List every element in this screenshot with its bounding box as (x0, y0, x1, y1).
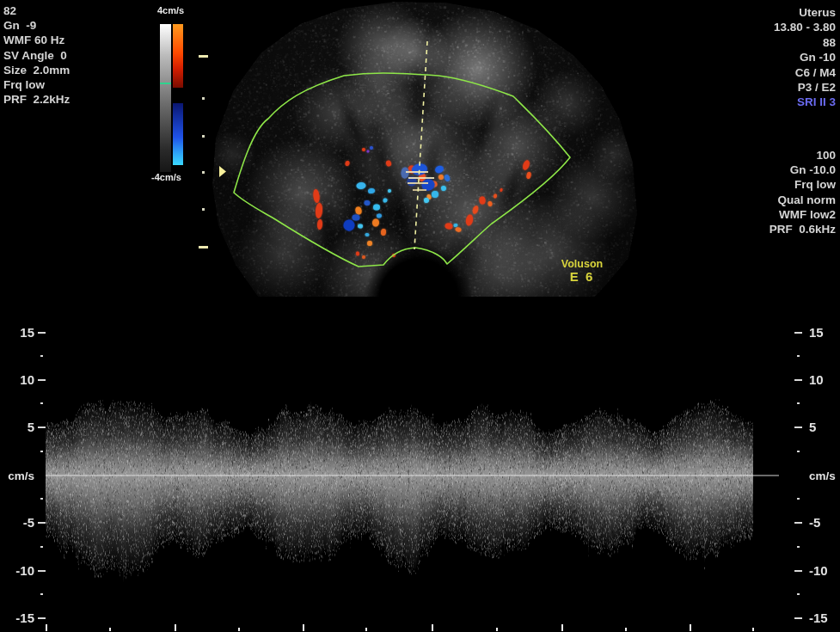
axis-label: 10 (0, 372, 34, 388)
brand-label: Voluson (552, 258, 612, 270)
grayscale-bar-marker (160, 83, 171, 84)
color-velocity-bar-negative (173, 103, 183, 165)
axis-tick (794, 570, 802, 572)
axis-label: -10 (0, 563, 34, 579)
axis-tick (40, 593, 43, 595)
exam-params-panel: Uterus 13.80 - 3.80 88 Gn -10 C6 / M4 P3… (653, 5, 836, 110)
param-line: 100 (653, 148, 836, 163)
axis-label: -5 (0, 515, 34, 531)
axis-tick (797, 355, 800, 357)
axis-label: -5 (809, 515, 840, 531)
param-line: PRF 2.2kHz (3, 92, 70, 107)
axis-tick (797, 593, 800, 595)
axis-tick (40, 355, 43, 357)
axis-tick (794, 426, 802, 428)
axis-tick (38, 426, 46, 428)
param-line: 13.80 - 3.80 (653, 20, 836, 34)
depth-ruler-mark (199, 55, 208, 58)
axis-label: 10 (809, 372, 840, 388)
axis-label: 5 (809, 420, 840, 435)
axis-tick (40, 451, 43, 452)
param-line: Gn -9 (3, 18, 70, 33)
param-line: Frq low (653, 177, 836, 192)
time-tick (46, 624, 47, 631)
axis-tick (797, 402, 800, 404)
axis-tick (794, 332, 802, 334)
param-line: Gn -10 (653, 50, 836, 64)
depth-ruler-mark (202, 208, 205, 211)
axis-tick (38, 522, 46, 524)
axis-label: 15 (0, 325, 34, 341)
param-line: C6 / M4 (653, 65, 836, 80)
axis-label: -15 (809, 611, 840, 626)
param-line: Gn -10.0 (653, 163, 836, 177)
color-scale-max-label: 4cm/s (157, 5, 200, 15)
axis-tick (797, 546, 800, 548)
pw-params-panel: 100 Gn -10.0 Frq low Qual norm WMF low2 … (653, 148, 836, 236)
axis-tick (794, 617, 802, 619)
depth-ruler-mark (199, 246, 208, 249)
param-line: Qual norm (653, 193, 836, 207)
time-tick (365, 628, 367, 631)
axis-unit-label: cm/s (0, 469, 34, 484)
time-tick (496, 628, 498, 631)
color-velocity-bar-positive (173, 24, 183, 88)
time-tick (752, 628, 754, 631)
axis-label: -15 (0, 611, 34, 626)
axis-tick (38, 570, 46, 572)
sri-filter-label: SRI II 3 (653, 95, 836, 109)
axis-tick (794, 522, 802, 524)
time-tick (625, 628, 627, 631)
axis-tick (797, 498, 800, 500)
axis-tick (40, 498, 43, 500)
color-scale-min-label: -4cm/s (151, 172, 199, 182)
time-tick (561, 624, 563, 631)
depth-ruler-mark (202, 135, 205, 138)
time-tick (109, 628, 111, 631)
axis-tick (38, 617, 46, 619)
axis-tick (794, 379, 802, 381)
grayscale-bar (160, 24, 171, 172)
depth-ruler-mark (202, 97, 205, 100)
axis-label: -10 (809, 563, 840, 579)
param-line: 82 (3, 3, 70, 18)
param-line: WMF low2 (653, 207, 836, 222)
time-tick (432, 624, 433, 631)
axis-tick (38, 379, 46, 381)
param-line: PRF 0.6kHz (653, 222, 836, 236)
axis-tick (38, 332, 46, 334)
time-tick (303, 624, 304, 631)
exam-preset-label: Uterus (653, 5, 836, 20)
b-mode-params-panel: 82 Gn -9 WMF 60 Hz SV Angle 0 Size 2.0mm… (3, 3, 70, 107)
param-line: Size 2.0mm (3, 63, 70, 77)
time-tick (238, 628, 240, 631)
param-line: P3 / E2 (653, 80, 836, 95)
axis-tick (797, 451, 800, 452)
param-line: SV Angle 0 (3, 48, 70, 63)
axis-label: 5 (0, 420, 34, 435)
time-tick (690, 624, 691, 631)
time-tick (175, 624, 176, 631)
axis-tick (40, 546, 43, 548)
voluson-logo: Voluson E 6 (552, 258, 612, 284)
bmode-image-canvas (206, 0, 641, 297)
spectral-trace-canvas (0, 318, 840, 632)
depth-ruler-mark (202, 171, 205, 174)
param-line: 88 (653, 35, 836, 50)
param-line: Frq low (3, 77, 70, 92)
model-label: E 6 (552, 270, 612, 284)
axis-tick (40, 402, 43, 404)
axis-label: 15 (809, 325, 840, 341)
axis-unit-label: cm/s (809, 469, 840, 484)
param-line: WMF 60 Hz (3, 33, 70, 47)
